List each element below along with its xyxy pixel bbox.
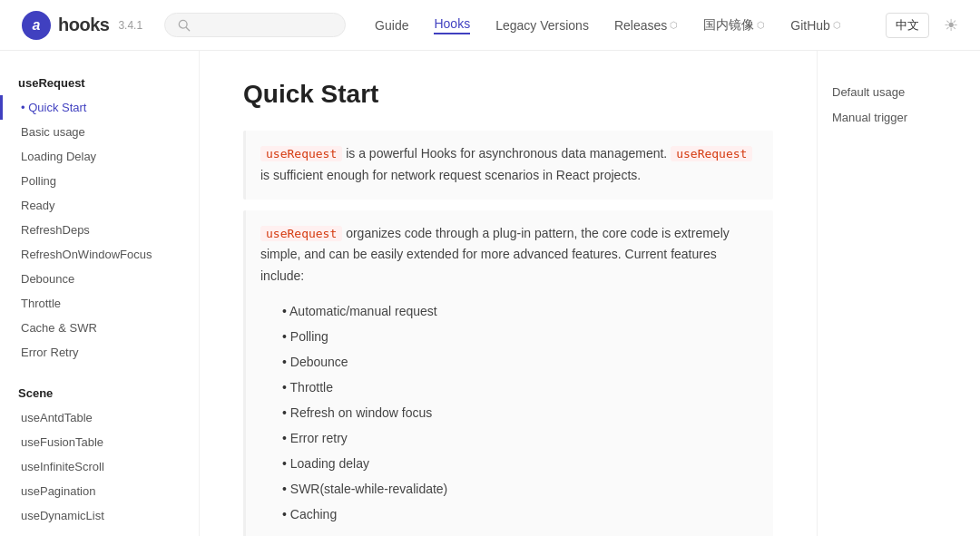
feature-item: Caching bbox=[282, 502, 759, 527]
nav-releases[interactable]: Releases ⬡ bbox=[614, 18, 678, 33]
nav-github[interactable]: GitHub ⬡ bbox=[790, 18, 841, 33]
sidebar-section-title-userequest: useRequest bbox=[0, 69, 199, 95]
feature-item: Loading delay bbox=[282, 451, 759, 476]
search-bar[interactable] bbox=[164, 13, 346, 37]
sidebar-item-quick-start[interactable]: Quick Start bbox=[0, 95, 199, 120]
sidebar-item-usepagination[interactable]: usePagination bbox=[0, 479, 199, 503]
logo-name: hooks bbox=[58, 15, 109, 35]
sidebar-item-refreshonwindowfocus[interactable]: RefreshOnWindowFocus bbox=[0, 242, 199, 267]
sidebar-item-useinfinitescroll[interactable]: useInfiniteScroll bbox=[0, 454, 199, 479]
navbar: a hooks 3.4.1 Guide Hooks Legacy Version… bbox=[0, 0, 980, 51]
svg-line-1 bbox=[186, 27, 190, 31]
intro-block-1: useRequest is a powerful Hooks for async… bbox=[243, 131, 773, 200]
sidebar-item-refreshdeps[interactable]: RefreshDeps bbox=[0, 218, 199, 242]
sidebar-item-error-retry[interactable]: Error Retry bbox=[0, 340, 199, 365]
sidebar-item-ready[interactable]: Ready bbox=[0, 193, 199, 218]
page-title: Quick Start bbox=[243, 80, 773, 109]
sidebar-item-usevirtuallist[interactable]: useVirtualList bbox=[0, 528, 199, 536]
feature-item: Polling bbox=[282, 324, 759, 349]
feature-list: Automatic/manual request Polling Debounc… bbox=[260, 287, 759, 536]
lang-button[interactable]: 中文 bbox=[886, 13, 929, 38]
feature-item: SWR(stale-while-revalidate) bbox=[282, 476, 759, 502]
sidebar-item-cache-swr[interactable]: Cache & SWR bbox=[0, 316, 199, 340]
intro-block-2: useRequest organizes code through a plug… bbox=[243, 210, 773, 536]
userequest-code-3: useRequest bbox=[260, 226, 342, 241]
sidebar-item-usefusiontable[interactable]: useFusionTable bbox=[0, 430, 199, 454]
external-icon: ⬡ bbox=[670, 20, 678, 30]
toc-item-manual-trigger[interactable]: Manual trigger bbox=[832, 105, 965, 131]
nav-mirror[interactable]: 国内镜像 ⬡ bbox=[703, 17, 765, 34]
logo[interactable]: a hooks 3.4.1 bbox=[22, 11, 142, 40]
intro-p1-text-1: is a powerful Hooks for asynchronous dat… bbox=[346, 146, 671, 161]
userequest-code-1: useRequest bbox=[260, 146, 342, 161]
toc-item-default-usage[interactable]: Default usage bbox=[832, 80, 965, 105]
nav-right: 中文 ☀ bbox=[886, 13, 958, 38]
userequest-code-2: useRequest bbox=[671, 146, 752, 161]
sidebar-section-scene: Scene useAntdTable useFusionTable useInf… bbox=[0, 379, 199, 536]
main-content: Quick Start useRequest is a powerful Hoo… bbox=[200, 51, 817, 536]
feature-item: Refresh on window focus bbox=[282, 400, 759, 425]
toc-sidebar: Default usage Manual trigger bbox=[817, 51, 980, 536]
sidebar-item-loading-delay[interactable]: Loading Delay bbox=[0, 144, 199, 169]
theme-toggle-button[interactable]: ☀ bbox=[944, 15, 958, 35]
sidebar-item-basic-usage[interactable]: Basic usage bbox=[0, 120, 199, 144]
nav-links: Guide Hooks Legacy Versions Releases ⬡ 国… bbox=[375, 16, 886, 34]
page-layout: useRequest Quick Start Basic usage Loadi… bbox=[0, 51, 980, 536]
feature-item: Error retry bbox=[282, 425, 759, 451]
sidebar: useRequest Quick Start Basic usage Loadi… bbox=[0, 51, 200, 536]
version-badge: 3.4.1 bbox=[118, 19, 142, 32]
sidebar-item-useantdtable[interactable]: useAntdTable bbox=[0, 405, 199, 430]
sidebar-item-debounce[interactable]: Debounce bbox=[0, 267, 199, 291]
nav-hooks[interactable]: Hooks bbox=[434, 16, 470, 34]
logo-icon: a bbox=[22, 11, 51, 40]
sidebar-section-title-scene: Scene bbox=[0, 379, 199, 405]
feature-item: Throttle bbox=[282, 375, 759, 400]
feature-item: Automatic/manual request bbox=[282, 298, 759, 324]
nav-legacy[interactable]: Legacy Versions bbox=[495, 18, 589, 33]
feature-item: Debounce bbox=[282, 349, 759, 375]
sidebar-item-polling[interactable]: Polling bbox=[0, 169, 199, 193]
search-input[interactable] bbox=[196, 18, 332, 32]
nav-guide[interactable]: Guide bbox=[375, 18, 408, 33]
sidebar-section-userequest: useRequest Quick Start Basic usage Loadi… bbox=[0, 69, 199, 365]
sidebar-item-usedynamiclist[interactable]: useDynamicList bbox=[0, 503, 199, 528]
external-icon-2: ⬡ bbox=[757, 20, 765, 30]
intro-p1-text-2: is sufficient enough for network request… bbox=[260, 168, 641, 182]
external-icon-3: ⬡ bbox=[833, 20, 841, 30]
search-icon bbox=[178, 19, 191, 32]
sidebar-item-throttle[interactable]: Throttle bbox=[0, 291, 199, 316]
